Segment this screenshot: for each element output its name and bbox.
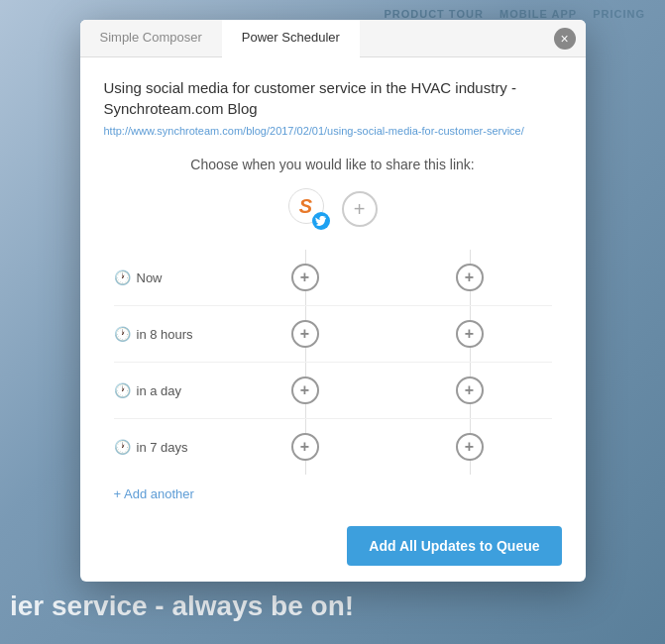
tab-power-scheduler[interactable]: Power Scheduler xyxy=(222,20,360,57)
col-btn-area-1-7days: + xyxy=(223,433,388,461)
accounts-row: S + xyxy=(104,188,562,230)
schedule-label-1day: 🕐 in a day xyxy=(114,382,223,398)
schedule-row-8hours: 🕐 in 8 hours + + xyxy=(114,306,552,363)
schedule-row-7days: 🕐 in 7 days + + xyxy=(114,419,552,475)
schedule-buttons-8hours: + + xyxy=(223,320,552,348)
twitter-badge-icon xyxy=(312,212,330,230)
add-to-account2-now-button[interactable]: + xyxy=(456,264,484,291)
close-button[interactable]: × xyxy=(554,28,576,50)
col-btn-area-2-7days: + xyxy=(388,433,552,461)
schedule-time-7days: in 7 days xyxy=(137,440,188,455)
s-logo-icon: S xyxy=(299,195,312,218)
add-account-button[interactable]: + xyxy=(342,191,378,227)
col-btn-area-2-8hours: + xyxy=(388,320,552,348)
col-btn-area-1-1day: + xyxy=(223,376,388,404)
clock-icon-now: 🕐 xyxy=(114,269,131,285)
modal-dialog: Simple Composer Power Scheduler × Using … xyxy=(80,20,586,582)
tab-bar: Simple Composer Power Scheduler xyxy=(80,20,586,57)
schedule-buttons-7days: + + xyxy=(223,433,552,461)
tab-simple-composer[interactable]: Simple Composer xyxy=(80,20,222,56)
modal-footer: Add All Updates to Queue xyxy=(80,510,586,582)
modal-overlay: Simple Composer Power Scheduler × Using … xyxy=(0,0,665,644)
account-synchroteam[interactable]: S xyxy=(288,188,330,230)
schedule-row-now: 🕐 Now + + xyxy=(114,250,552,306)
schedule-buttons-1day: + + xyxy=(223,376,552,404)
add-to-account2-7days-button[interactable]: + xyxy=(456,433,484,461)
add-to-account1-7days-button[interactable]: + xyxy=(291,433,319,461)
schedule-section: 🕐 Now + + xyxy=(104,250,562,475)
add-to-account2-1day-button[interactable]: + xyxy=(456,376,484,404)
add-another-link[interactable]: + Add another xyxy=(114,486,194,501)
col-btn-area-2-1day: + xyxy=(388,376,552,404)
col-btn-area-2-now: + xyxy=(388,264,552,291)
schedule-time-8hours: in 8 hours xyxy=(137,327,193,342)
add-to-account1-1day-button[interactable]: + xyxy=(291,376,319,404)
schedule-label-now: 🕐 Now xyxy=(114,269,223,285)
submit-button[interactable]: Add All Updates to Queue xyxy=(347,526,561,566)
schedule-label-8hours: 🕐 in 8 hours xyxy=(114,326,223,342)
clock-icon-1day: 🕐 xyxy=(114,382,131,398)
schedule-buttons-now: + + xyxy=(223,264,552,291)
add-to-account1-8hours-button[interactable]: + xyxy=(291,320,319,348)
article-url[interactable]: http://www.synchroteam.com/blog/2017/02/… xyxy=(104,125,562,137)
clock-icon-7days: 🕐 xyxy=(114,439,131,455)
col-btn-area-1-8hours: + xyxy=(223,320,388,348)
choose-text: Choose when you would like to share this… xyxy=(104,157,562,172)
col-btn-area-1-now: + xyxy=(223,264,388,291)
add-to-account1-now-button[interactable]: + xyxy=(291,264,319,291)
modal-body: Using social media for customer service … xyxy=(80,57,586,502)
schedule-time-now: Now xyxy=(137,270,163,285)
schedule-row-1day: 🕐 in a day + + xyxy=(114,363,552,419)
schedule-label-7days: 🕐 in 7 days xyxy=(114,439,223,455)
article-title: Using social media for customer service … xyxy=(104,77,562,119)
schedule-time-1day: in a day xyxy=(137,383,182,398)
clock-icon-8hours: 🕐 xyxy=(114,326,131,342)
add-to-account2-8hours-button[interactable]: + xyxy=(456,320,484,348)
